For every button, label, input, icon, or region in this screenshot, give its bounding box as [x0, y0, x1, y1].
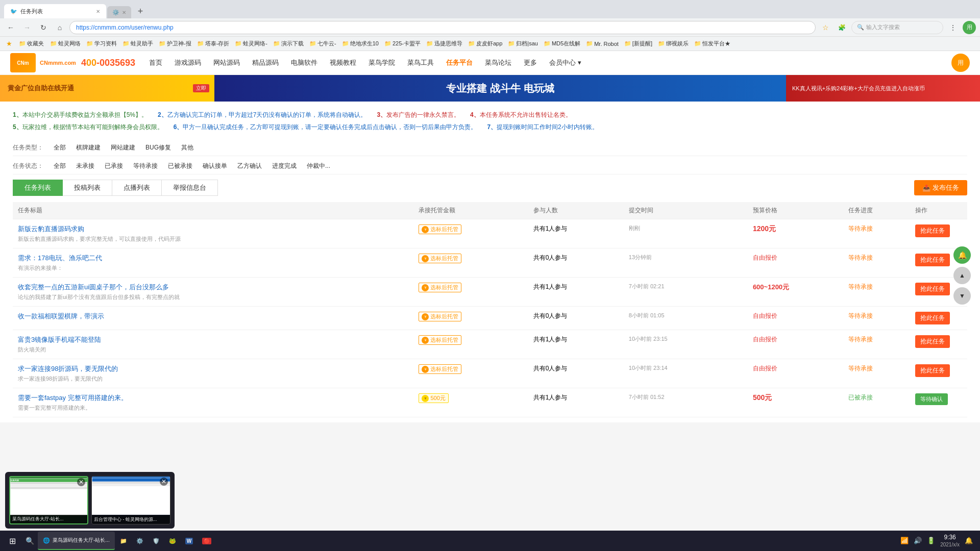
taskbar-app-word[interactable]: W	[181, 532, 197, 550]
filter-status-progress[interactable]: 进度完成	[267, 161, 302, 171]
taskbar-app-folder[interactable]: 📁	[116, 532, 131, 550]
publish-task-button[interactable]: 📤 发布任务	[914, 180, 967, 195]
nav-more[interactable]: 更多	[518, 56, 543, 70]
nav-tools[interactable]: 菜鸟工具	[401, 56, 440, 70]
nav-game[interactable]: 游戏源码	[168, 56, 207, 70]
bookmark-xuexi[interactable]: 📁 学习资料	[84, 39, 119, 48]
nav-home[interactable]: 首页	[143, 56, 168, 70]
task-title-link[interactable]: 需要一套fastpay 完整可用搭建的来。	[18, 393, 408, 403]
grab-task-button[interactable]: 抢此任务	[915, 335, 950, 348]
bookmark-walingwangluo[interactable]: 📁 蛙灵网络	[47, 39, 83, 48]
nav-member[interactable]: 会员中心 ▾	[543, 56, 587, 70]
bookmark-tatai[interactable]: 📁 塔泰-存折	[194, 39, 232, 48]
user-avatar[interactable]: 用	[951, 54, 970, 72]
grab-task-button[interactable]: 抢此任务	[915, 224, 950, 237]
preview-thumb-1[interactable]: 任务列表 ✕ 菜鸟源码任务大厅-站长...	[9, 476, 88, 524]
filter-type-qipai[interactable]: 棋牌建建	[71, 142, 106, 153]
filter-type-bug[interactable]: BUG修复	[140, 142, 176, 153]
extensions-button[interactable]: 🧩	[835, 21, 848, 34]
taskbar-volume-icon[interactable]: 🔊	[914, 537, 922, 544]
taskbar-app-browser[interactable]: 🌐 菜鸟源码任务大厅-站长...	[38, 532, 115, 550]
taskbar-app-red[interactable]: 🔴	[198, 532, 215, 550]
filter-type-all[interactable]: 全部	[48, 142, 71, 153]
bookmark-225[interactable]: 📁 225-卡盟平	[382, 39, 423, 48]
taskbar-app-settings[interactable]: ⚙️	[132, 532, 148, 550]
tab-close-inactive[interactable]: ✕	[122, 10, 126, 15]
filter-type-other[interactable]: 其他	[176, 142, 199, 153]
taskbar-datetime[interactable]: 9:36 2021/x/x	[940, 533, 960, 549]
grab-task-button[interactable]: 抢此任务	[915, 254, 950, 266]
bookmark-sau[interactable]: 📁 归档|sau	[505, 39, 541, 48]
preview-close-1[interactable]: ✕	[77, 478, 85, 486]
start-button[interactable]: ⊞	[3, 532, 21, 550]
back-button[interactable]: ←	[4, 21, 17, 34]
nav-video[interactable]: 视频教程	[324, 56, 362, 70]
browser-search-box[interactable]: 🔍 输入文字搜索	[851, 21, 943, 34]
home-button[interactable]: ⌂	[53, 21, 66, 34]
notification-button[interactable]: 🔔	[953, 246, 971, 264]
address-bar[interactable]: https://cnmmm.com/user/renwu.php	[69, 21, 816, 34]
filter-status-yifang[interactable]: 乙方确认	[232, 161, 267, 171]
bookmark-walingzhu[interactable]: 📁 蛙灵助手	[120, 39, 156, 48]
bookmark-folder[interactable]: 📁 收藏夹	[16, 39, 47, 48]
scroll-up-button[interactable]: ▲	[953, 267, 971, 284]
nav-premium[interactable]: 精品源码	[246, 56, 285, 70]
tab-playlist[interactable]: 点播列表	[112, 180, 162, 196]
reload-button[interactable]: ↻	[37, 21, 50, 34]
star-button[interactable]: ☆	[819, 21, 832, 34]
preview-thumb-2[interactable]: ✕ 后台管理中心 - 蛙灵网络的源...	[91, 476, 170, 524]
nav-tasks[interactable]: 任务平台	[440, 56, 479, 70]
bookmark-mrrobot[interactable]: 📁 Mr. Robot	[583, 39, 621, 48]
new-tab-button[interactable]: +	[133, 4, 148, 18]
grab-task-button[interactable]: 抢此任务	[915, 364, 950, 377]
nav-school[interactable]: 菜鸟学院	[362, 56, 401, 70]
profile-button[interactable]: 用	[963, 21, 976, 34]
filter-status-wait[interactable]: 等待承接	[128, 161, 163, 171]
tab-close-active[interactable]: ✕	[96, 9, 100, 14]
nav-website[interactable]: 网站源码	[207, 56, 246, 70]
bookmark-waling2[interactable]: 📁 蛙灵网络-	[232, 39, 270, 48]
taskbar-search[interactable]: 🔍	[22, 534, 37, 548]
taskbar-app-wasp[interactable]: 🐸	[165, 532, 180, 550]
filter-status-wai[interactable]: 未承接	[71, 161, 100, 171]
browser-tab-active[interactable]: 🐦 任务列表 ✕	[4, 4, 106, 18]
taskbar-notification[interactable]: 🔔	[965, 537, 973, 544]
bookmark-yanshi[interactable]: 📁 演示下载	[271, 39, 306, 48]
taskbar-battery-icon[interactable]: 🔋	[927, 537, 935, 544]
bookmark-xunjie[interactable]: 📁 迅捷思维导	[424, 39, 465, 48]
bookmark-qiniu[interactable]: 📁 七牛云-	[307, 39, 339, 48]
bookmark-pipixia[interactable]: 📁 皮皮虾app	[465, 39, 505, 48]
nav-software[interactable]: 电脑软件	[285, 56, 324, 70]
bookmark-huweishen[interactable]: 📁 护卫神-报	[156, 39, 194, 48]
taskbar-app-shield[interactable]: 🛡️	[149, 532, 164, 550]
bookmark-juedi[interactable]: 📁 绝地求生10	[339, 39, 381, 48]
task-title-link[interactable]: 新版云豹直播源码求购	[18, 224, 408, 234]
bookmark-hengfa[interactable]: 📁 恒发平台★	[692, 39, 733, 48]
bookmark-md5[interactable]: 📁 MD5在线解	[541, 39, 583, 48]
grab-task-button[interactable]: 抢此任务	[915, 312, 950, 324]
wait-confirm-button[interactable]: 等待确认	[915, 393, 948, 405]
tab-bidlist[interactable]: 投稿列表	[63, 180, 112, 196]
scroll-down-button[interactable]: ▼	[953, 287, 971, 305]
filter-status-taken[interactable]: 已被承接	[163, 161, 198, 171]
task-title-link[interactable]: 收套完整一点的五游新ui圆桌子那个，后台没那么多	[18, 283, 408, 292]
menu-button[interactable]: ⋮	[946, 21, 960, 34]
bookmark-star[interactable]: ★	[3, 39, 15, 48]
filter-status-all[interactable]: 全部	[48, 161, 71, 171]
taskbar-network-icon[interactable]: 📶	[900, 537, 909, 544]
task-title-link[interactable]: 求一家连接98折源码，要无限代的	[18, 364, 408, 373]
task-title-link[interactable]: 富贵3镜像版手机端不能登陆	[18, 335, 408, 344]
filter-status-arbitrate[interactable]: 仲裁中...	[302, 161, 335, 171]
task-title-link[interactable]: 需求：178电玩、渔乐吧二代	[18, 254, 408, 263]
bookmark-bingshi[interactable]: 📁 绑视娱乐	[655, 39, 691, 48]
filter-type-wangzhan[interactable]: 网站建建	[106, 142, 140, 153]
forward-button[interactable]: →	[20, 21, 34, 34]
filter-status-yi[interactable]: 已承接	[100, 161, 128, 171]
nav-forum[interactable]: 菜鸟论坛	[479, 56, 518, 70]
task-title-link[interactable]: 收一款福相联盟棋牌，带演示	[18, 312, 408, 321]
bookmark-xinti[interactable]: 📁 [新提醒]	[622, 39, 655, 48]
browser-tab-inactive[interactable]: ⚙️ ✕	[107, 6, 131, 18]
filter-status-confirm[interactable]: 确认接单	[198, 161, 232, 171]
tab-report[interactable]: 举报信息台	[162, 180, 218, 196]
preview-close-2[interactable]: ✕	[160, 478, 168, 486]
